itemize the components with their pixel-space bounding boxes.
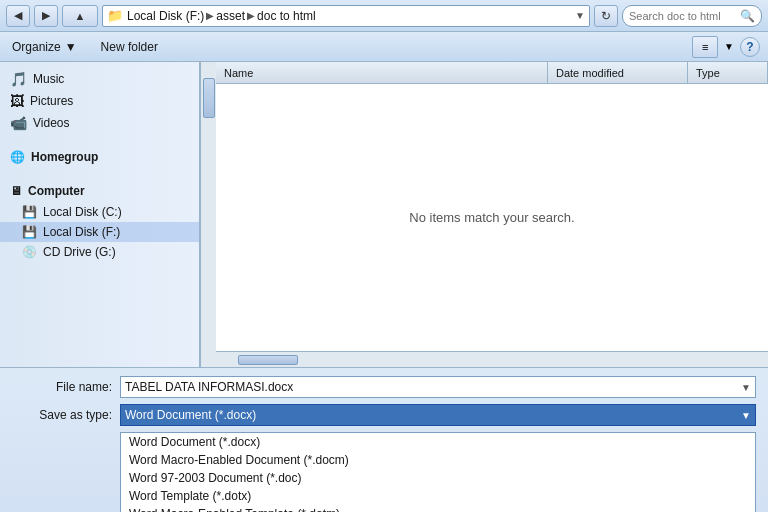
sidebar-scrollbar[interactable]: [200, 62, 216, 367]
organize-arrow: ▼: [65, 40, 77, 54]
up-icon: ▲: [75, 10, 86, 22]
forward-icon: ▶: [42, 9, 50, 22]
dropdown-item[interactable]: Word Template (*.dotx): [121, 487, 755, 505]
cd-icon: 💿: [22, 245, 37, 259]
sidebar-local-c-label: Local Disk (C:): [43, 205, 122, 219]
sidebar-cd-drive-label: CD Drive (G:): [43, 245, 116, 259]
sidebar-pictures-label: Pictures: [30, 94, 73, 108]
refresh-icon: ↻: [601, 9, 611, 23]
address-bar[interactable]: 📁 Local Disk (F:) ▶ asset ▶ doc to html …: [102, 5, 590, 27]
column-headers: Name Date modified Type: [216, 62, 768, 84]
savetype-row: Save as type: Word Document (*.docx) ▼: [12, 404, 756, 426]
sidebar-item-local-f[interactable]: 💾 Local Disk (F:): [0, 222, 199, 242]
search-input[interactable]: [629, 10, 736, 22]
filename-value: TABEL DATA INFORMASI.docx: [125, 380, 741, 394]
horizontal-scrollbar[interactable]: [216, 351, 768, 367]
empty-message: No items match your search.: [409, 210, 574, 225]
new-folder-button[interactable]: New folder: [97, 38, 162, 56]
up-button[interactable]: ▲: [62, 5, 98, 27]
crumb-doc-to-html[interactable]: doc to html: [257, 9, 316, 23]
homegroup-icon: 🌐: [10, 150, 25, 164]
address-dropdown-arrow[interactable]: ▼: [575, 10, 585, 21]
dropdown-item[interactable]: Word Macro-Enabled Template (*.dotm): [121, 505, 755, 512]
toolbar: Organize ▼ New folder ≡ ▼ ?: [0, 32, 768, 62]
refresh-button[interactable]: ↻: [594, 5, 618, 27]
h-scrollbar-thumb[interactable]: [238, 355, 298, 365]
disk-c-icon: 💾: [22, 205, 37, 219]
new-folder-label: New folder: [101, 40, 158, 54]
bottom-form: File name: TABEL DATA INFORMASI.docx ▼ S…: [0, 367, 768, 512]
forward-button[interactable]: ▶: [34, 5, 58, 27]
sidebar-item-videos[interactable]: 📹 Videos: [0, 112, 199, 134]
content-area: Name Date modified Type No items match y…: [216, 62, 768, 367]
filename-dropdown-arrow[interactable]: ▼: [741, 382, 751, 393]
sidebar-item-local-c[interactable]: 💾 Local Disk (C:): [0, 202, 199, 222]
crumb-sep-2: ▶: [247, 10, 255, 21]
help-button[interactable]: ?: [740, 37, 760, 57]
search-icon[interactable]: 🔍: [740, 9, 755, 23]
title-bar: ◀ ▶ ▲ 📁 Local Disk (F:) ▶ asset ▶ doc to…: [0, 0, 768, 32]
disk-f-icon: 💾: [22, 225, 37, 239]
sidebar: 🎵 Music 🖼 Pictures 📹 Videos 🌐 Homegroup …: [0, 62, 200, 367]
content-body: No items match your search.: [216, 84, 768, 351]
filename-input[interactable]: TABEL DATA INFORMASI.docx ▼: [120, 376, 756, 398]
filename-row: File name: TABEL DATA INFORMASI.docx ▼: [12, 376, 756, 398]
sidebar-favorites-section: 🎵 Music 🖼 Pictures 📹 Videos: [0, 62, 199, 140]
savetype-value: Word Document (*.docx): [125, 408, 741, 422]
main-layout: 🎵 Music 🖼 Pictures 📹 Videos 🌐 Homegroup …: [0, 62, 768, 367]
crumb-asset[interactable]: asset: [216, 9, 245, 23]
breadcrumb: Local Disk (F:) ▶ asset ▶ doc to html: [127, 9, 316, 23]
col-header-date[interactable]: Date modified: [548, 62, 688, 83]
search-box[interactable]: 🔍: [622, 5, 762, 27]
sidebar-homegroup-label: Homegroup: [31, 150, 98, 164]
savetype-label: Save as type:: [12, 408, 112, 422]
view-icon: ≡: [702, 41, 708, 53]
dropdown-item[interactable]: Word Macro-Enabled Document (*.docm): [121, 451, 755, 469]
sidebar-videos-label: Videos: [33, 116, 69, 130]
sidebar-item-computer[interactable]: 🖥 Computer: [0, 180, 199, 202]
dropdown-item[interactable]: Word Document (*.docx): [121, 433, 755, 451]
help-icon: ?: [746, 40, 753, 54]
organize-label: Organize: [12, 40, 61, 54]
sidebar-scrollbar-thumb[interactable]: [203, 78, 215, 118]
sidebar-item-music[interactable]: 🎵 Music: [0, 68, 199, 90]
sidebar-music-label: Music: [33, 72, 64, 86]
col-header-type[interactable]: Type: [688, 62, 768, 83]
back-icon: ◀: [14, 9, 22, 22]
computer-icon: 🖥: [10, 184, 22, 198]
view-button[interactable]: ≡: [692, 36, 718, 58]
sidebar-item-pictures[interactable]: 🖼 Pictures: [0, 90, 199, 112]
pictures-icon: 🖼: [10, 93, 24, 109]
view-arrow-btn[interactable]: ▼: [724, 41, 734, 52]
savetype-dropdown-menu: Word Document (*.docx)Word Macro-Enabled…: [120, 432, 756, 512]
sidebar-item-homegroup[interactable]: 🌐 Homegroup: [0, 146, 199, 168]
folder-icon: 📁: [107, 8, 123, 23]
crumb-local-disk[interactable]: Local Disk (F:): [127, 9, 204, 23]
toolbar-right: ≡ ▼ ?: [692, 36, 760, 58]
back-button[interactable]: ◀: [6, 5, 30, 27]
dropdown-item[interactable]: Word 97-2003 Document (*.doc): [121, 469, 755, 487]
sidebar-local-f-label: Local Disk (F:): [43, 225, 120, 239]
savetype-dropdown-arrow[interactable]: ▼: [741, 410, 751, 421]
videos-icon: 📹: [10, 115, 27, 131]
organize-button[interactable]: Organize ▼: [8, 38, 81, 56]
filename-label: File name:: [12, 380, 112, 394]
sidebar-computer-label: Computer: [28, 184, 85, 198]
crumb-sep-1: ▶: [206, 10, 214, 21]
sidebar-homegroup-section: 🌐 Homegroup: [0, 140, 199, 174]
music-icon: 🎵: [10, 71, 27, 87]
col-header-name[interactable]: Name: [216, 62, 548, 83]
sidebar-computer-section: 🖥 Computer 💾 Local Disk (C:) 💾 Local Dis…: [0, 174, 199, 268]
savetype-input[interactable]: Word Document (*.docx) ▼: [120, 404, 756, 426]
sidebar-item-cd-drive[interactable]: 💿 CD Drive (G:): [0, 242, 199, 262]
